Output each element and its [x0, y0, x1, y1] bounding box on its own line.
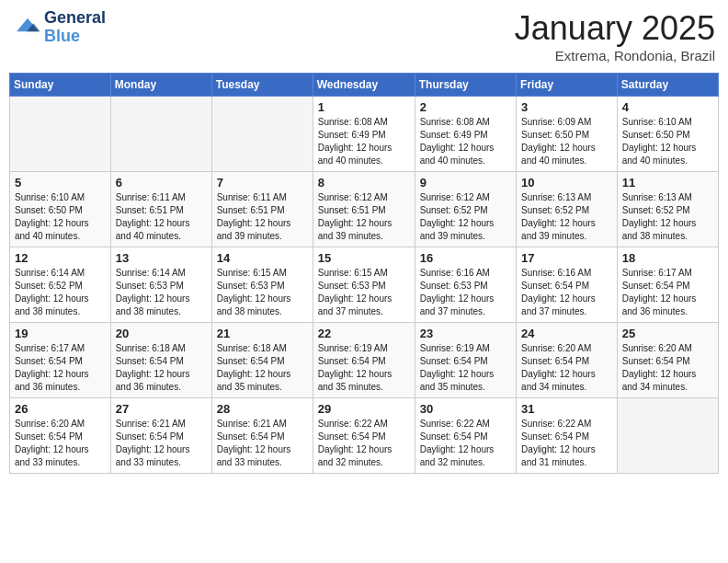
- title-block: January 2025 Extrema, Rondonia, Brazil: [515, 9, 715, 63]
- day-header-sunday: Sunday: [10, 74, 111, 97]
- day-cell: 25Sunrise: 6:20 AM Sunset: 6:54 PM Dayli…: [617, 323, 718, 398]
- day-info: Sunrise: 6:09 AM Sunset: 6:50 PM Dayligh…: [521, 116, 612, 167]
- day-cell: 10Sunrise: 6:13 AM Sunset: 6:52 PM Dayli…: [517, 172, 618, 247]
- day-cell: 27Sunrise: 6:21 AM Sunset: 6:54 PM Dayli…: [110, 398, 211, 474]
- day-cell: 29Sunrise: 6:22 AM Sunset: 6:54 PM Dayli…: [313, 398, 415, 474]
- day-cell: 23Sunrise: 6:19 AM Sunset: 6:54 PM Dayli…: [415, 323, 516, 398]
- day-info: Sunrise: 6:22 AM Sunset: 6:54 PM Dayligh…: [521, 418, 612, 469]
- day-info: Sunrise: 6:12 AM Sunset: 6:52 PM Dayligh…: [420, 191, 511, 243]
- week-row-1: 5Sunrise: 6:10 AM Sunset: 6:50 PM Daylig…: [10, 172, 719, 247]
- day-header-thursday: Thursday: [415, 74, 516, 97]
- location: Extrema, Rondonia, Brazil: [515, 48, 715, 63]
- week-row-3: 19Sunrise: 6:17 AM Sunset: 6:54 PM Dayli…: [10, 323, 719, 398]
- week-row-2: 12Sunrise: 6:14 AM Sunset: 6:52 PM Dayli…: [10, 247, 719, 323]
- day-number: 22: [318, 327, 410, 340]
- day-number: 23: [420, 327, 511, 340]
- day-number: 15: [318, 251, 410, 265]
- day-number: 25: [622, 327, 713, 340]
- day-number: 17: [521, 251, 612, 265]
- day-info: Sunrise: 6:19 AM Sunset: 6:54 PM Dayligh…: [420, 342, 511, 394]
- day-header-monday: Monday: [110, 74, 211, 97]
- logo-general: General: [44, 9, 106, 28]
- logo: General Blue: [13, 9, 106, 46]
- day-number: 30: [420, 402, 511, 416]
- day-cell: [617, 398, 718, 474]
- day-headers: SundayMondayTuesdayWednesdayThursdayFrid…: [10, 74, 719, 97]
- day-number: 4: [622, 100, 713, 114]
- day-number: 7: [217, 176, 308, 190]
- logo-blue: Blue: [44, 28, 106, 46]
- day-info: Sunrise: 6:13 AM Sunset: 6:52 PM Dayligh…: [521, 191, 612, 243]
- day-header-friday: Friday: [517, 74, 618, 97]
- calendar: SundayMondayTuesdayWednesdayThursdayFrid…: [9, 73, 719, 474]
- day-cell: 18Sunrise: 6:17 AM Sunset: 6:54 PM Dayli…: [617, 247, 718, 323]
- day-cell: 28Sunrise: 6:21 AM Sunset: 6:54 PM Dayli…: [211, 398, 313, 474]
- day-cell: 6Sunrise: 6:11 AM Sunset: 6:51 PM Daylig…: [110, 172, 211, 247]
- day-cell: [10, 97, 111, 172]
- day-cell: 5Sunrise: 6:10 AM Sunset: 6:50 PM Daylig…: [10, 172, 111, 247]
- day-info: Sunrise: 6:18 AM Sunset: 6:54 PM Dayligh…: [217, 342, 308, 394]
- day-number: 2: [420, 100, 511, 114]
- day-info: Sunrise: 6:16 AM Sunset: 6:53 PM Dayligh…: [420, 267, 511, 318]
- day-info: Sunrise: 6:20 AM Sunset: 6:54 PM Dayligh…: [15, 418, 106, 469]
- day-info: Sunrise: 6:21 AM Sunset: 6:54 PM Dayligh…: [217, 418, 308, 469]
- day-cell: 7Sunrise: 6:11 AM Sunset: 6:51 PM Daylig…: [211, 172, 313, 247]
- day-cell: 16Sunrise: 6:16 AM Sunset: 6:53 PM Dayli…: [415, 247, 516, 323]
- day-cell: [211, 97, 313, 172]
- day-cell: 9Sunrise: 6:12 AM Sunset: 6:52 PM Daylig…: [415, 172, 516, 247]
- day-number: 29: [318, 402, 410, 416]
- day-info: Sunrise: 6:15 AM Sunset: 6:53 PM Dayligh…: [318, 267, 410, 318]
- day-header-wednesday: Wednesday: [313, 74, 415, 97]
- day-info: Sunrise: 6:17 AM Sunset: 6:54 PM Dayligh…: [15, 342, 106, 394]
- day-number: 28: [217, 402, 308, 416]
- day-number: 9: [420, 176, 511, 190]
- day-number: 8: [318, 176, 410, 190]
- day-info: Sunrise: 6:22 AM Sunset: 6:54 PM Dayligh…: [318, 418, 410, 469]
- day-info: Sunrise: 6:20 AM Sunset: 6:54 PM Dayligh…: [521, 342, 612, 394]
- day-cell: 12Sunrise: 6:14 AM Sunset: 6:52 PM Dayli…: [10, 247, 111, 323]
- week-row-4: 26Sunrise: 6:20 AM Sunset: 6:54 PM Dayli…: [10, 398, 719, 474]
- day-info: Sunrise: 6:11 AM Sunset: 6:51 PM Dayligh…: [217, 191, 308, 243]
- day-info: Sunrise: 6:18 AM Sunset: 6:54 PM Dayligh…: [116, 342, 207, 394]
- day-info: Sunrise: 6:16 AM Sunset: 6:54 PM Dayligh…: [521, 267, 612, 318]
- day-header-tuesday: Tuesday: [211, 74, 313, 97]
- day-number: 12: [15, 251, 106, 265]
- day-cell: 2Sunrise: 6:08 AM Sunset: 6:49 PM Daylig…: [415, 97, 516, 172]
- day-cell: 11Sunrise: 6:13 AM Sunset: 6:52 PM Dayli…: [617, 172, 718, 247]
- month-title: January 2025: [515, 9, 715, 48]
- day-number: 11: [622, 176, 713, 190]
- day-info: Sunrise: 6:14 AM Sunset: 6:53 PM Dayligh…: [116, 267, 207, 318]
- day-cell: 15Sunrise: 6:15 AM Sunset: 6:53 PM Dayli…: [313, 247, 415, 323]
- day-info: Sunrise: 6:08 AM Sunset: 6:49 PM Dayligh…: [318, 116, 410, 167]
- day-number: 10: [521, 176, 612, 190]
- day-number: 31: [521, 402, 612, 416]
- day-cell: 22Sunrise: 6:19 AM Sunset: 6:54 PM Dayli…: [313, 323, 415, 398]
- day-number: 3: [521, 100, 612, 114]
- day-cell: 1Sunrise: 6:08 AM Sunset: 6:49 PM Daylig…: [313, 97, 415, 172]
- day-cell: 3Sunrise: 6:09 AM Sunset: 6:50 PM Daylig…: [517, 97, 618, 172]
- day-header-saturday: Saturday: [617, 74, 718, 97]
- day-info: Sunrise: 6:19 AM Sunset: 6:54 PM Dayligh…: [318, 342, 410, 394]
- day-info: Sunrise: 6:10 AM Sunset: 6:50 PM Dayligh…: [15, 191, 106, 243]
- day-cell: [110, 97, 211, 172]
- day-cell: 19Sunrise: 6:17 AM Sunset: 6:54 PM Dayli…: [10, 323, 111, 398]
- day-info: Sunrise: 6:22 AM Sunset: 6:54 PM Dayligh…: [420, 418, 511, 469]
- day-cell: 4Sunrise: 6:10 AM Sunset: 6:50 PM Daylig…: [617, 97, 718, 172]
- day-number: 5: [15, 176, 106, 190]
- day-info: Sunrise: 6:15 AM Sunset: 6:53 PM Dayligh…: [217, 267, 308, 318]
- day-cell: 30Sunrise: 6:22 AM Sunset: 6:54 PM Dayli…: [415, 398, 516, 474]
- day-number: 21: [217, 327, 308, 340]
- day-number: 19: [15, 327, 106, 340]
- day-info: Sunrise: 6:10 AM Sunset: 6:50 PM Dayligh…: [622, 116, 713, 167]
- day-cell: 13Sunrise: 6:14 AM Sunset: 6:53 PM Dayli…: [110, 247, 211, 323]
- day-cell: 31Sunrise: 6:22 AM Sunset: 6:54 PM Dayli…: [517, 398, 618, 474]
- day-number: 1: [318, 100, 410, 114]
- day-number: 18: [622, 251, 713, 265]
- day-cell: 14Sunrise: 6:15 AM Sunset: 6:53 PM Dayli…: [211, 247, 313, 323]
- day-cell: 17Sunrise: 6:16 AM Sunset: 6:54 PM Dayli…: [517, 247, 618, 323]
- day-info: Sunrise: 6:11 AM Sunset: 6:51 PM Dayligh…: [116, 191, 207, 243]
- day-info: Sunrise: 6:21 AM Sunset: 6:54 PM Dayligh…: [116, 418, 207, 469]
- day-info: Sunrise: 6:14 AM Sunset: 6:52 PM Dayligh…: [15, 267, 106, 318]
- day-info: Sunrise: 6:20 AM Sunset: 6:54 PM Dayligh…: [622, 342, 713, 394]
- day-cell: 20Sunrise: 6:18 AM Sunset: 6:54 PM Dayli…: [110, 323, 211, 398]
